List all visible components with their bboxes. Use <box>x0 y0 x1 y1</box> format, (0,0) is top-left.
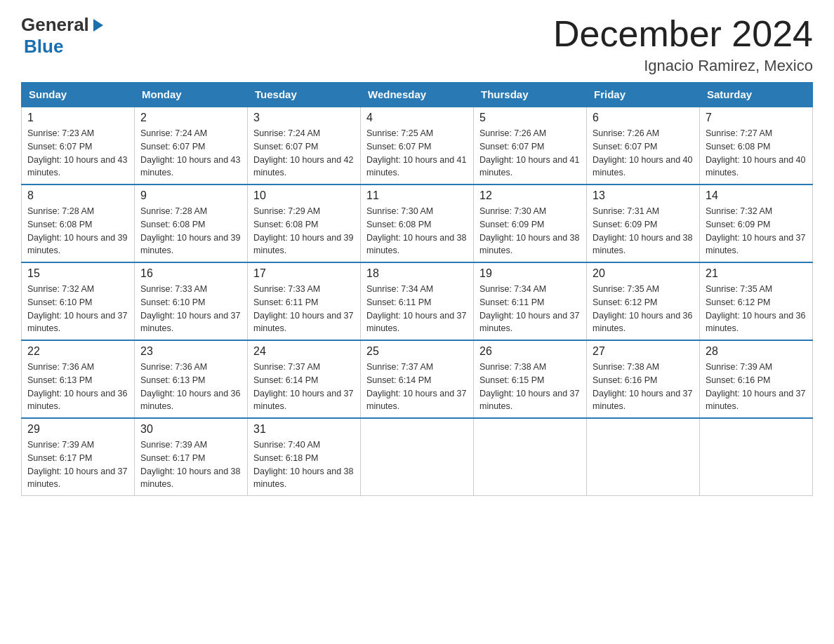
column-header-sunday: Sunday <box>22 83 135 107</box>
column-header-tuesday: Tuesday <box>248 83 361 107</box>
day-number: 28 <box>706 345 807 358</box>
logo-arrow-icon <box>91 18 106 33</box>
day-number: 26 <box>479 345 581 358</box>
calendar-cell: 25 Sunrise: 7:37 AMSunset: 6:14 PMDaylig… <box>361 340 474 418</box>
day-info: Sunrise: 7:33 AMSunset: 6:11 PMDaylight:… <box>253 284 353 333</box>
column-header-monday: Monday <box>135 83 248 107</box>
day-number: 8 <box>27 189 128 202</box>
day-info: Sunrise: 7:28 AMSunset: 6:08 PMDaylight:… <box>140 206 240 255</box>
day-info: Sunrise: 7:34 AMSunset: 6:11 PMDaylight:… <box>366 284 466 333</box>
day-info: Sunrise: 7:24 AMSunset: 6:07 PMDaylight:… <box>140 128 240 177</box>
day-number: 15 <box>27 267 128 280</box>
day-number: 2 <box>140 112 241 124</box>
logo-general: General <box>21 14 89 36</box>
day-number: 3 <box>253 112 355 124</box>
calendar-cell: 29 Sunrise: 7:39 AMSunset: 6:17 PMDaylig… <box>22 418 135 496</box>
logo: General Blue <box>21 14 106 58</box>
calendar-cell <box>700 418 813 496</box>
day-number: 20 <box>593 267 694 280</box>
day-number: 18 <box>366 267 468 280</box>
calendar-cell: 7 Sunrise: 7:27 AMSunset: 6:08 PMDayligh… <box>700 107 813 185</box>
calendar-week-row: 22 Sunrise: 7:36 AMSunset: 6:13 PMDaylig… <box>22 340 813 418</box>
day-info: Sunrise: 7:39 AMSunset: 6:16 PMDaylight:… <box>706 362 805 411</box>
day-info: Sunrise: 7:38 AMSunset: 6:15 PMDaylight:… <box>479 362 579 411</box>
calendar-cell <box>587 418 700 496</box>
day-info: Sunrise: 7:30 AMSunset: 6:09 PMDaylight:… <box>479 206 579 255</box>
calendar-cell: 10 Sunrise: 7:29 AMSunset: 6:08 PMDaylig… <box>248 185 361 262</box>
day-number: 25 <box>366 345 468 358</box>
calendar-cell: 14 Sunrise: 7:32 AMSunset: 6:09 PMDaylig… <box>700 185 813 262</box>
day-number: 29 <box>27 423 128 436</box>
day-number: 10 <box>253 189 355 202</box>
month-title: December 2024 <box>553 14 813 54</box>
day-info: Sunrise: 7:31 AMSunset: 6:09 PMDaylight:… <box>593 206 692 255</box>
calendar-cell: 13 Sunrise: 7:31 AMSunset: 6:09 PMDaylig… <box>587 185 700 262</box>
day-info: Sunrise: 7:40 AMSunset: 6:18 PMDaylight:… <box>253 440 353 489</box>
calendar-cell: 5 Sunrise: 7:26 AMSunset: 6:07 PMDayligh… <box>474 107 587 185</box>
day-number: 7 <box>706 112 807 124</box>
calendar-cell <box>474 418 587 496</box>
day-number: 11 <box>366 189 468 202</box>
day-info: Sunrise: 7:32 AMSunset: 6:09 PMDaylight:… <box>706 206 805 255</box>
column-header-friday: Friday <box>587 83 700 107</box>
calendar-cell: 23 Sunrise: 7:36 AMSunset: 6:13 PMDaylig… <box>135 340 248 418</box>
day-info: Sunrise: 7:26 AMSunset: 6:07 PMDaylight:… <box>479 128 579 177</box>
day-info: Sunrise: 7:33 AMSunset: 6:10 PMDaylight:… <box>140 284 240 333</box>
day-number: 16 <box>140 267 241 280</box>
calendar-cell: 11 Sunrise: 7:30 AMSunset: 6:08 PMDaylig… <box>361 185 474 262</box>
day-info: Sunrise: 7:38 AMSunset: 6:16 PMDaylight:… <box>593 362 692 411</box>
day-info: Sunrise: 7:27 AMSunset: 6:08 PMDaylight:… <box>706 128 805 177</box>
day-info: Sunrise: 7:35 AMSunset: 6:12 PMDaylight:… <box>593 284 692 333</box>
calendar-cell: 26 Sunrise: 7:38 AMSunset: 6:15 PMDaylig… <box>474 340 587 418</box>
column-header-thursday: Thursday <box>474 83 587 107</box>
calendar-week-row: 1 Sunrise: 7:23 AMSunset: 6:07 PMDayligh… <box>22 107 813 185</box>
day-number: 21 <box>706 267 807 280</box>
day-info: Sunrise: 7:30 AMSunset: 6:08 PMDaylight:… <box>366 206 466 255</box>
day-info: Sunrise: 7:37 AMSunset: 6:14 PMDaylight:… <box>253 362 353 411</box>
calendar-cell: 15 Sunrise: 7:32 AMSunset: 6:10 PMDaylig… <box>22 262 135 340</box>
calendar-cell: 1 Sunrise: 7:23 AMSunset: 6:07 PMDayligh… <box>22 107 135 185</box>
location: Ignacio Ramirez, Mexico <box>553 57 813 75</box>
title-block: December 2024 Ignacio Ramirez, Mexico <box>553 14 813 75</box>
day-number: 1 <box>27 112 128 124</box>
calendar-cell: 8 Sunrise: 7:28 AMSunset: 6:08 PMDayligh… <box>22 185 135 262</box>
day-number: 4 <box>366 112 468 124</box>
page-header: General Blue December 2024 Ignacio Ramir… <box>21 14 813 75</box>
calendar-week-row: 8 Sunrise: 7:28 AMSunset: 6:08 PMDayligh… <box>22 185 813 262</box>
calendar-cell: 24 Sunrise: 7:37 AMSunset: 6:14 PMDaylig… <box>248 340 361 418</box>
day-info: Sunrise: 7:34 AMSunset: 6:11 PMDaylight:… <box>479 284 579 333</box>
day-number: 17 <box>253 267 355 280</box>
day-info: Sunrise: 7:36 AMSunset: 6:13 PMDaylight:… <box>140 362 240 411</box>
day-number: 23 <box>140 345 241 358</box>
calendar-cell: 9 Sunrise: 7:28 AMSunset: 6:08 PMDayligh… <box>135 185 248 262</box>
day-number: 24 <box>253 345 355 358</box>
calendar-cell: 20 Sunrise: 7:35 AMSunset: 6:12 PMDaylig… <box>587 262 700 340</box>
day-info: Sunrise: 7:35 AMSunset: 6:12 PMDaylight:… <box>706 284 805 333</box>
calendar-cell: 31 Sunrise: 7:40 AMSunset: 6:18 PMDaylig… <box>248 418 361 496</box>
svg-marker-0 <box>93 19 103 32</box>
day-number: 9 <box>140 189 241 202</box>
day-number: 30 <box>140 423 241 436</box>
calendar-cell: 17 Sunrise: 7:33 AMSunset: 6:11 PMDaylig… <box>248 262 361 340</box>
day-info: Sunrise: 7:32 AMSunset: 6:10 PMDaylight:… <box>27 284 127 333</box>
day-info: Sunrise: 7:29 AMSunset: 6:08 PMDaylight:… <box>253 206 353 255</box>
day-number: 19 <box>479 267 581 280</box>
calendar-week-row: 15 Sunrise: 7:32 AMSunset: 6:10 PMDaylig… <box>22 262 813 340</box>
day-info: Sunrise: 7:28 AMSunset: 6:08 PMDaylight:… <box>27 206 127 255</box>
calendar-cell: 30 Sunrise: 7:39 AMSunset: 6:17 PMDaylig… <box>135 418 248 496</box>
calendar-header-row: SundayMondayTuesdayWednesdayThursdayFrid… <box>22 83 813 107</box>
calendar-table: SundayMondayTuesdayWednesdayThursdayFrid… <box>21 82 813 496</box>
day-number: 27 <box>593 345 694 358</box>
day-number: 12 <box>479 189 581 202</box>
calendar-cell: 27 Sunrise: 7:38 AMSunset: 6:16 PMDaylig… <box>587 340 700 418</box>
column-header-wednesday: Wednesday <box>361 83 474 107</box>
calendar-cell <box>361 418 474 496</box>
day-number: 14 <box>706 189 807 202</box>
calendar-week-row: 29 Sunrise: 7:39 AMSunset: 6:17 PMDaylig… <box>22 418 813 496</box>
calendar-cell: 2 Sunrise: 7:24 AMSunset: 6:07 PMDayligh… <box>135 107 248 185</box>
day-info: Sunrise: 7:36 AMSunset: 6:13 PMDaylight:… <box>27 362 127 411</box>
day-info: Sunrise: 7:39 AMSunset: 6:17 PMDaylight:… <box>27 440 127 489</box>
day-info: Sunrise: 7:24 AMSunset: 6:07 PMDaylight:… <box>253 128 353 177</box>
day-number: 13 <box>593 189 694 202</box>
day-info: Sunrise: 7:23 AMSunset: 6:07 PMDaylight:… <box>27 128 127 177</box>
